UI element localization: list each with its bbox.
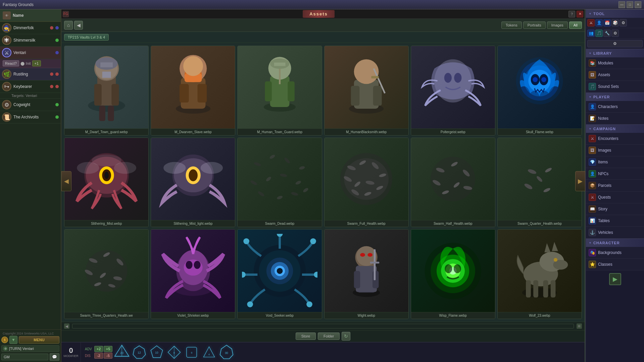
store-button[interactable]: Store xyxy=(296,332,316,340)
section-header-library[interactable]: ▼ Library xyxy=(586,49,644,57)
asset-item-2[interactable]: M_Dwarven_Slave.webp xyxy=(151,46,235,136)
d20-die[interactable]: 20 xyxy=(114,344,130,360)
right-item-modules[interactable]: 📚 Modules xyxy=(586,57,644,69)
right-item-quests[interactable]: ⚔ Quests xyxy=(586,192,644,203)
right-item-notes[interactable]: 📝 Notes xyxy=(586,113,644,124)
settings-icon[interactable]: ⚙ xyxy=(620,19,627,27)
asset-item-5[interactable]: Poltergeist.webp xyxy=(411,46,495,136)
gm-select[interactable]: GM xyxy=(1,354,48,360)
asset-item-3[interactable]: M_Human_Town_Guard.webp xyxy=(237,46,322,136)
turn-label: [TURN] Ventari xyxy=(9,347,34,351)
refresh-button[interactable]: ↻ xyxy=(342,332,350,341)
right-item-items[interactable]: 💎 Items xyxy=(586,156,644,168)
right-item-npcs[interactable]: 👤 NPCs xyxy=(586,168,644,180)
right-item-assets[interactable]: 🖼 Assets xyxy=(586,69,644,81)
extra-config-icon[interactable]: ⚙ xyxy=(587,40,643,47)
section-header-player[interactable]: ▼ Player xyxy=(586,93,644,101)
home-button[interactable]: ⌂ xyxy=(64,21,73,30)
right-item-images[interactable]: 🖼 Images xyxy=(586,145,644,156)
section-header-campaign[interactable]: ▼ Campaign xyxy=(586,124,644,133)
calendar-icon[interactable]: 📅 xyxy=(603,19,611,27)
asset-item-8[interactable]: Slithering_Mist_light.webp xyxy=(151,138,235,227)
adv-plus2-button[interactable]: +2 xyxy=(94,346,103,352)
adv-plus5-button[interactable]: +5 xyxy=(104,346,112,352)
d100-die[interactable]: 00 xyxy=(218,344,235,360)
maximize-button[interactable]: □ xyxy=(627,1,633,8)
config-icon[interactable]: ⚙ xyxy=(611,30,619,37)
asset-item-9[interactable]: Swarm_Dead.webp xyxy=(237,138,322,227)
right-item-encounters[interactable]: ⚔ Encounters xyxy=(586,133,644,145)
filter-all-button[interactable]: All xyxy=(569,21,582,29)
folder-badge[interactable]: TP215 Vaults Lvl 3 & 4 xyxy=(64,34,109,41)
help-button[interactable]: ? xyxy=(568,11,575,17)
combat-entry-ventari[interactable]: ⚔ Ventari xyxy=(0,47,61,59)
d10-die[interactable]: 10 xyxy=(149,344,165,360)
token-svg-13 xyxy=(69,234,144,308)
filter-tokens-button[interactable]: Tokens xyxy=(501,21,522,29)
right-item-classes[interactable]: ⭐ Classes xyxy=(586,259,644,270)
asset-item-16[interactable]: Wight.webp xyxy=(324,229,409,319)
extensions-icon[interactable]: 🔧 xyxy=(603,30,611,37)
right-item-backgrounds[interactable]: 🎭 Backgrounds xyxy=(586,247,644,259)
avatar-shimmersilk: 🕷 xyxy=(2,36,11,45)
right-item-sound-sets[interactable]: 🎵 Sound Sets xyxy=(586,81,644,93)
nav-arrow-left[interactable]: ◀ xyxy=(61,171,71,191)
combat-entry-rustling[interactable]: 🌿 Rustling xyxy=(0,68,61,81)
asset-item-7[interactable]: Slithering_Mist.webp xyxy=(64,138,149,227)
right-item-vehicles[interactable]: ⚓ Vehicles xyxy=(586,227,644,239)
section-header-tool[interactable]: ▼ Tool xyxy=(586,9,644,18)
asset-item-18[interactable]: Wolf_23.webp xyxy=(497,229,582,319)
asset-item-17[interactable]: Wisp_Flame.webp xyxy=(411,229,495,319)
dis-minus2-button[interactable]: -2 xyxy=(94,353,103,359)
d12-die[interactable]: 12 xyxy=(131,344,147,360)
characters-icon[interactable]: 👤 xyxy=(595,19,603,27)
menu-button[interactable]: MENU xyxy=(19,336,59,344)
dis-minus5-button[interactable]: -5 xyxy=(104,353,112,359)
play-button[interactable]: ▶ xyxy=(609,273,621,285)
music-icon[interactable]: 🎵 xyxy=(595,30,603,37)
right-item-tables[interactable]: 📊 Tables xyxy=(586,215,644,227)
asset-item-15[interactable]: Void_Seeker.webp xyxy=(237,229,322,319)
section-header-character[interactable]: ▼ Character xyxy=(586,239,644,247)
combat-entry-cogwight[interactable]: ⚙ Cogwight xyxy=(0,99,61,111)
asset-item-6[interactable]: Skull_Flame.webp xyxy=(497,46,582,136)
combat-entry-shimmersilk[interactable]: 🕷 Shimmersilk xyxy=(0,34,61,47)
asset-item-14[interactable]: Violet_Shrieker.webp xyxy=(151,229,235,319)
minimize-button[interactable]: — xyxy=(618,1,625,8)
asset-item-12[interactable]: Swarm_Quarter_Health.webp xyxy=(497,138,582,227)
d4-die[interactable]: 4 xyxy=(201,344,217,360)
message-button[interactable]: 💬 xyxy=(50,353,59,361)
folder-button[interactable]: Folder xyxy=(318,332,340,340)
d8-die[interactable]: 8 xyxy=(166,344,182,360)
players-icon[interactable]: 👥 xyxy=(587,30,595,37)
nav-arrow-right[interactable]: ▶ xyxy=(575,171,585,191)
close-button[interactable]: ✕ xyxy=(635,1,641,8)
asset-item-11[interactable]: Swarm_Half_Health.webp xyxy=(411,138,495,227)
svg-point-18 xyxy=(183,56,203,76)
combat-entry-keybearer[interactable]: 🗝 Keybearer xyxy=(0,81,61,93)
dice-icon[interactable]: 🎲 xyxy=(611,19,619,27)
grid-icon[interactable]: ⊞ xyxy=(577,323,582,329)
react-button[interactable]: React? xyxy=(3,60,19,66)
combat-tracker-icon[interactable]: ⚔ xyxy=(587,19,595,27)
asset-item-1[interactable]: M_Dwarf_Town_guard.webp xyxy=(64,46,149,136)
combat-entry-dimmerfolk[interactable]: 🧙 Dimmerfolk xyxy=(0,22,61,34)
right-item-characters[interactable]: 👤 Characters xyxy=(586,101,644,113)
asset-item-10[interactable]: Swarm_Full_Health.webp xyxy=(324,138,409,227)
filter-images-button[interactable]: Images xyxy=(547,21,568,29)
close-assets-button[interactable]: ✕ xyxy=(577,11,583,17)
asset-item-13[interactable]: Swarm_Three_Quarters_Health.we xyxy=(64,229,149,319)
filter-portraits-button[interactable]: Portraits xyxy=(523,21,546,29)
scroll-left-icon[interactable]: ◀ xyxy=(64,323,69,329)
svg-text:6: 6 xyxy=(191,351,192,354)
right-item-story[interactable]: 📖 Story xyxy=(586,203,644,215)
right-item-parcels[interactable]: 📦 Parcels xyxy=(586,180,644,192)
back-button[interactable]: ◀ xyxy=(74,21,83,30)
center-panel: FG Assets ? ✕ ⌂ ◀ Tokens Portraits Image… xyxy=(61,9,585,362)
npcs-icon: 👤 xyxy=(589,170,596,177)
combat-entry-archivolts[interactable]: 📜 The Archivolts xyxy=(0,111,61,123)
d6-die[interactable]: 6 xyxy=(184,344,200,360)
token-svg-2 xyxy=(155,50,231,124)
asset-item-4[interactable]: M_HumanBlacksmith.webp xyxy=(324,46,409,136)
scrollbar-track[interactable] xyxy=(72,324,574,328)
